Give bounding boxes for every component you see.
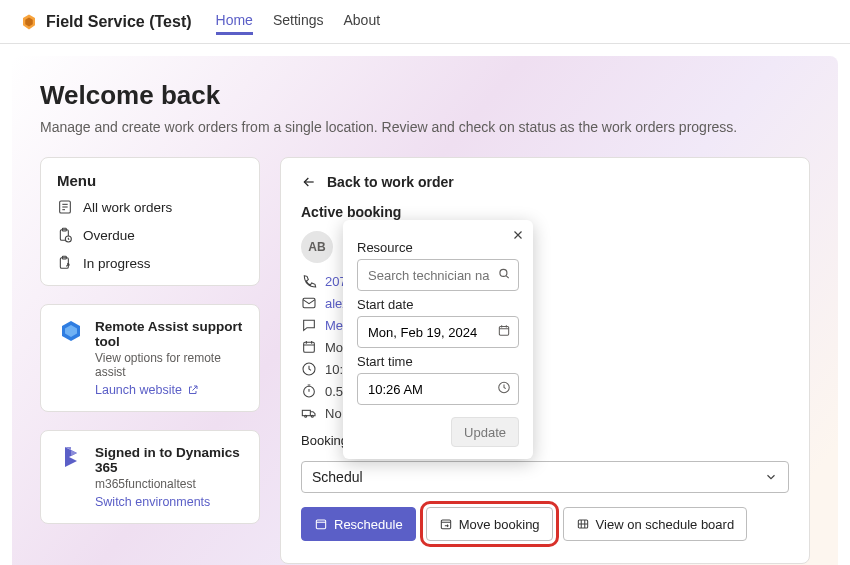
move-booking-popover: Resource Start date Start time (343, 220, 533, 459)
document-list-icon (57, 199, 73, 215)
remote-assist-title: Remote Assist support tool (95, 319, 243, 349)
app-icon (20, 13, 38, 31)
nav-settings[interactable]: Settings (273, 8, 324, 35)
menu-item-label: All work orders (83, 200, 172, 215)
move-booking-button[interactable]: Move booking (426, 507, 553, 541)
menu-heading: Menu (57, 172, 243, 189)
close-icon (511, 228, 525, 242)
phone-icon (301, 273, 317, 289)
chevron-down-icon (764, 470, 778, 484)
update-button[interactable]: Update (451, 417, 519, 447)
app-logo: Field Service (Test) (20, 13, 192, 31)
open-external-icon (187, 384, 199, 396)
signed-in-title: Signed in to Dynamics 365 (95, 445, 243, 475)
svg-point-12 (304, 386, 315, 397)
view-on-schedule-board-button[interactable]: View on schedule board (563, 507, 748, 541)
calendar-icon (301, 339, 317, 355)
clock-icon (301, 361, 317, 377)
svg-rect-16 (316, 520, 325, 529)
truck-icon (301, 405, 317, 421)
remote-assist-card: Remote Assist support tool View options … (40, 304, 260, 412)
top-nav: Home Settings About (216, 8, 381, 35)
nav-about[interactable]: About (343, 8, 380, 35)
resource-search-input[interactable] (357, 259, 519, 291)
menu-item-label: Overdue (83, 228, 135, 243)
menu-item-in-progress[interactable]: In progress (57, 255, 243, 271)
page-subtitle: Manage and create work orders from a sin… (40, 119, 810, 135)
chat-icon (301, 317, 317, 333)
popover-close-button[interactable] (511, 228, 525, 245)
switch-environments-link[interactable]: Switch environments (95, 495, 210, 509)
avatar: AB (301, 231, 333, 263)
svg-point-14 (305, 415, 307, 417)
arrow-left-icon (301, 174, 317, 190)
clipboard-clock-icon (57, 227, 73, 243)
signed-in-subtitle: m365functionaltest (95, 477, 243, 491)
start-date-label: Start date (357, 297, 519, 312)
start-time-input[interactable] (357, 373, 519, 405)
calendar-move-icon (439, 517, 453, 531)
board-icon (576, 517, 590, 531)
svg-rect-13 (302, 410, 310, 415)
start-date-input[interactable] (357, 316, 519, 348)
launch-website-link[interactable]: Launch website (95, 383, 199, 397)
nav-home[interactable]: Home (216, 8, 253, 35)
menu-item-overdue[interactable]: Overdue (57, 227, 243, 243)
calendar-edit-icon (314, 517, 328, 531)
app-title: Field Service (Test) (46, 13, 192, 31)
signed-in-card: Signed in to Dynamics 365 m365functional… (40, 430, 260, 524)
menu-item-all-work-orders[interactable]: All work orders (57, 199, 243, 215)
page-title: Welcome back (40, 80, 810, 111)
remote-assist-subtitle: View options for remote assist (95, 351, 243, 379)
svg-rect-17 (441, 520, 450, 529)
active-booking-label: Active booking (301, 204, 789, 220)
back-to-work-order[interactable]: Back to work order (301, 174, 789, 190)
svg-point-15 (311, 415, 313, 417)
stopwatch-icon (301, 383, 317, 399)
page-body: Welcome back Manage and create work orde… (12, 56, 838, 565)
start-time-label: Start time (357, 354, 519, 369)
menu-card: Menu All work orders Overdue In progress (40, 157, 260, 286)
menu-item-label: In progress (83, 256, 151, 271)
booking-status-select[interactable]: Schedul (301, 461, 789, 493)
resource-field-label: Resource (357, 240, 519, 255)
dynamics-icon (57, 445, 85, 509)
mail-icon (301, 295, 317, 311)
svg-rect-10 (304, 342, 315, 352)
top-bar: Field Service (Test) Home Settings About (0, 0, 850, 44)
svg-rect-9 (303, 298, 315, 307)
reschedule-button[interactable]: Reschedule (301, 507, 416, 541)
clipboard-arrow-icon (57, 255, 73, 271)
booking-panel: Back to work order Active booking AB Ale… (280, 157, 810, 564)
remote-assist-icon (57, 319, 85, 397)
